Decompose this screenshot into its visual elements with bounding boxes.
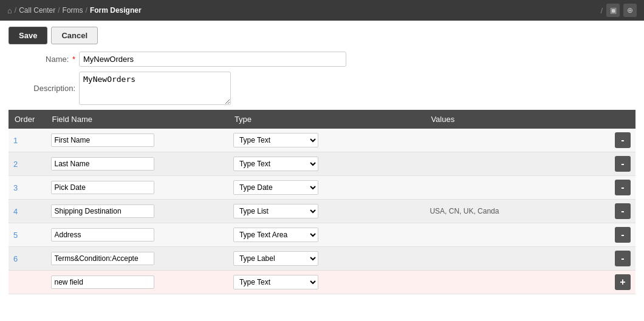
col-values: Values: [425, 110, 600, 129]
values-cell: [425, 176, 600, 200]
table-header-row: Order Field Name Type Values: [9, 110, 635, 129]
field-name-input[interactable]: [51, 157, 154, 171]
type-select[interactable]: Type TextType DateType ListType Text Are…: [233, 204, 318, 218]
right-icons-container: / ▣ ⊕: [600, 4, 637, 17]
type-select[interactable]: Type TextType DateType ListType Text Are…: [233, 180, 318, 195]
toolbar: Save Cancel: [9, 27, 635, 44]
type-cell: Type TextType DateType ListType Text Are…: [228, 152, 425, 176]
values-cell: USA, CN, UK, Canda: [425, 200, 600, 223]
field-name-cell: [46, 176, 228, 200]
type-select[interactable]: Type TextType DateType ListType Text Are…: [233, 133, 318, 147]
new-order-cell: [9, 271, 46, 294]
new-values-cell: [425, 271, 600, 294]
window-icon[interactable]: ▣: [606, 4, 620, 17]
name-label: Name: *: [9, 55, 75, 64]
col-field-name: Field Name: [46, 110, 228, 129]
breadcrumb: ⌂ / Call Center / Forms / Form Designer: [7, 6, 142, 15]
action-cell: -: [600, 200, 635, 223]
home-icon[interactable]: ⌂: [7, 6, 12, 15]
new-field-name-input[interactable]: [51, 275, 154, 289]
fields-table: Order Field Name Type Values 1Type TextT…: [9, 110, 635, 294]
new-action-cell: +: [600, 271, 635, 294]
values-cell: [425, 152, 600, 176]
name-field-group: Name: *: [9, 52, 635, 67]
action-cell: -: [600, 223, 635, 247]
field-name-cell: [46, 247, 228, 271]
breadcrumb-form-designer: Form Designer: [90, 6, 142, 15]
order-cell: 3: [9, 176, 46, 200]
field-name-input[interactable]: [51, 181, 154, 194]
field-name-input[interactable]: [51, 228, 154, 242]
order-cell: 5: [9, 223, 46, 247]
table-row: 3Type TextType DateType ListType Text Ar…: [9, 176, 635, 200]
remove-row-button[interactable]: -: [615, 156, 631, 172]
values-cell: [425, 223, 600, 247]
field-name-input[interactable]: [51, 204, 154, 218]
order-cell: 6: [9, 247, 46, 271]
action-cell: -: [600, 247, 635, 271]
type-select[interactable]: Type TextType DateType ListType Text Are…: [233, 228, 318, 242]
description-field-group: Description: MyNewOrders: [9, 72, 635, 105]
cancel-button[interactable]: Cancel: [51, 27, 98, 44]
action-cell: -: [600, 129, 635, 152]
field-name-input[interactable]: [51, 252, 154, 265]
table-row: 6Type TextType DateType ListType Text Ar…: [9, 247, 635, 271]
values-cell: [425, 247, 600, 271]
remove-row-button[interactable]: -: [615, 180, 631, 195]
remove-row-button[interactable]: -: [615, 203, 631, 219]
new-type-select[interactable]: Type TextType DateType ListType Text Are…: [233, 275, 318, 289]
add-row-button[interactable]: +: [615, 274, 631, 290]
col-order: Order: [9, 110, 46, 129]
new-type-cell: Type TextType DateType ListType Text Are…: [228, 271, 425, 294]
remove-row-button[interactable]: -: [615, 132, 631, 148]
type-select[interactable]: Type TextType DateType ListType Text Are…: [233, 251, 318, 266]
type-cell: Type TextType DateType ListType Text Are…: [228, 176, 425, 200]
values-cell: [425, 129, 600, 152]
settings-icon[interactable]: ⊕: [623, 4, 637, 17]
type-select[interactable]: Type TextType DateType ListType Text Are…: [233, 157, 318, 171]
breadcrumb-forms[interactable]: Forms: [63, 6, 83, 15]
table-row: 4Type TextType DateType ListType Text Ar…: [9, 200, 635, 223]
type-cell: Type TextType DateType ListType Text Are…: [228, 200, 425, 223]
field-name-cell: [46, 200, 228, 223]
sep2: /: [58, 6, 60, 15]
description-textarea[interactable]: MyNewOrders: [79, 72, 231, 105]
new-table-row: Type TextType DateType ListType Text Are…: [9, 271, 635, 294]
col-type: Type: [228, 110, 425, 129]
table-row: 1Type TextType DateType ListType Text Ar…: [9, 129, 635, 152]
description-label: Description:: [9, 84, 75, 93]
field-name-cell: [46, 152, 228, 176]
order-cell: 4: [9, 200, 46, 223]
top-nav: ⌂ / Call Center / Forms / Form Designer …: [0, 0, 644, 21]
col-action: [600, 110, 635, 129]
save-button[interactable]: Save: [9, 27, 47, 44]
action-cell: -: [600, 176, 635, 200]
type-cell: Type TextType DateType ListType Text Are…: [228, 247, 425, 271]
type-cell: Type TextType DateType ListType Text Are…: [228, 223, 425, 247]
remove-row-button[interactable]: -: [615, 227, 631, 243]
field-name-cell: [46, 129, 228, 152]
required-indicator: *: [72, 55, 75, 64]
type-cell: Type TextType DateType ListType Text Are…: [228, 129, 425, 152]
order-cell: 1: [9, 129, 46, 152]
table-row: 2Type TextType DateType ListType Text Ar…: [9, 152, 635, 176]
action-cell: -: [600, 152, 635, 176]
field-name-cell: [46, 223, 228, 247]
name-input[interactable]: [79, 52, 346, 67]
main-content: Save Cancel Name: * Description: MyNewOr…: [0, 21, 644, 321]
sep3: /: [86, 6, 87, 15]
breadcrumb-call-center[interactable]: Call Center: [19, 6, 55, 15]
remove-row-button[interactable]: -: [615, 251, 631, 266]
order-cell: 2: [9, 152, 46, 176]
field-name-input[interactable]: [51, 133, 154, 147]
new-field-name-cell: [46, 271, 228, 294]
sep-right: /: [600, 6, 603, 15]
sep1: /: [15, 6, 16, 15]
table-row: 5Type TextType DateType ListType Text Ar…: [9, 223, 635, 247]
